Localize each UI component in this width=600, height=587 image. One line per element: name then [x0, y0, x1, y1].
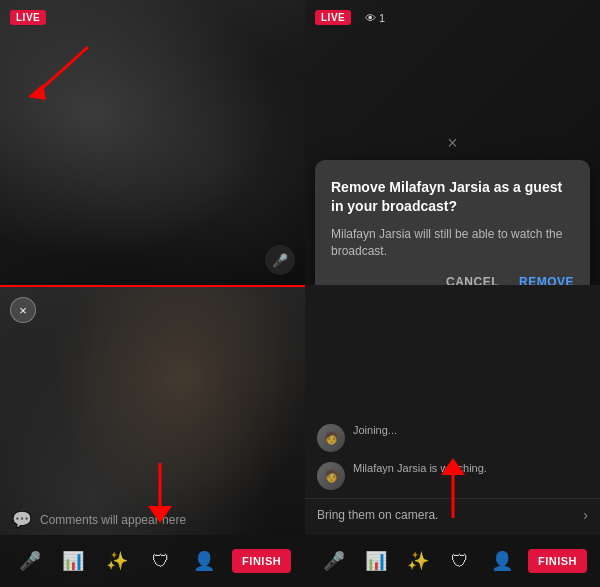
viewer-icon: 👁	[365, 12, 376, 24]
dialog-body: Milafayn Jarsia will still be able to wa…	[331, 226, 574, 260]
right-chat-area: 🧑 Joining... 🧑 Milafayn Jarsia is watchi…	[305, 285, 600, 587]
cancel-button[interactable]: CANCEL	[446, 275, 499, 285]
live-badge-right: LIVE	[315, 10, 351, 25]
chat-row-joining: 🧑 Joining...	[317, 424, 588, 452]
person-icon-left: 👤	[193, 550, 215, 572]
effects-icon-right: ✨	[407, 550, 429, 572]
shield-button-right[interactable]: 🛡	[444, 545, 476, 577]
remove-button[interactable]: REMOVE	[519, 275, 574, 285]
bring-on-camera-text: Bring them on camera.	[317, 508, 438, 522]
avatar-icon-joining: 🧑	[324, 431, 339, 445]
stats-button-right[interactable]: 📊	[360, 545, 392, 577]
effects-button-right[interactable]: ✨	[402, 545, 434, 577]
viewer-count: 👁 1	[365, 12, 385, 24]
top-video: LIVE 🎤	[0, 0, 305, 285]
shield-button-left[interactable]: 🛡	[145, 545, 177, 577]
chat-messages: 🧑 Joining... 🧑 Milafayn Jarsia is watchi…	[305, 416, 600, 498]
live-badge-left: LIVE	[10, 10, 46, 25]
effects-icon-left: ✨	[106, 550, 128, 572]
close-button[interactable]: ×	[10, 297, 36, 323]
comments-text: Comments will appear here	[40, 513, 186, 527]
shield-icon-left: 🛡	[152, 551, 170, 572]
toolbar-right: 🎤 📊 ✨ 🛡 👤 FINISH	[305, 535, 600, 587]
stats-icon-left: 📊	[62, 550, 84, 572]
dialog-actions: CANCEL REMOVE	[331, 275, 574, 285]
left-panel: LIVE 🎤 ×	[0, 0, 305, 587]
finish-button-right[interactable]: FINISH	[528, 549, 587, 573]
chat-row-watching: 🧑 Milafayn Jarsia is watching.	[317, 462, 588, 490]
mic-icon-left: 🎤	[19, 550, 41, 572]
comments-bar: 💬 Comments will appear here	[0, 504, 305, 535]
chat-msg-watching: Milafayn Jarsia is watching.	[353, 462, 588, 474]
chat-content-joining: Joining...	[353, 424, 588, 436]
right-panel: LIVE 👁 1 × 🎤 Remove Milafayn Jarsia as a…	[305, 0, 600, 587]
top-video-texture	[0, 0, 305, 285]
bottom-video: × 💬 Comments will appear here 🎤 📊 ✨	[0, 285, 305, 587]
mic-icon-top-left: 🎤	[272, 253, 288, 268]
comment-icon: 💬	[12, 510, 32, 529]
close-icon: ×	[19, 304, 27, 317]
mic-icon-right-toolbar: 🎤	[323, 550, 345, 572]
effects-button-left[interactable]: ✨	[101, 545, 133, 577]
chat-msg-joining: Joining...	[353, 424, 588, 436]
right-top-video: LIVE 👁 1 × 🎤 Remove Milafayn Jarsia as a…	[305, 0, 600, 285]
bring-chevron-icon: ›	[583, 507, 588, 523]
dialog-title: Remove Milafayn Jarsia as a guest in you…	[331, 178, 574, 216]
avatar-joining: 🧑	[317, 424, 345, 452]
avatar-watching: 🧑	[317, 462, 345, 490]
shield-icon-right: 🛡	[451, 551, 469, 572]
toolbar-left: 🎤 📊 ✨ 🛡 👤 FINISH	[0, 535, 305, 587]
x-divider-right: ×	[447, 132, 458, 153]
mic-button-top-left[interactable]: 🎤	[265, 245, 295, 275]
mic-button-left[interactable]: 🎤	[14, 545, 46, 577]
person-icon-right: 👤	[491, 550, 513, 572]
viewer-count-number: 1	[379, 12, 385, 24]
avatar-icon-watching: 🧑	[324, 469, 339, 483]
stats-icon-right: 📊	[365, 550, 387, 572]
person-button-left[interactable]: 👤	[188, 545, 220, 577]
stats-button-left[interactable]: 📊	[57, 545, 89, 577]
remove-guest-dialog: Remove Milafayn Jarsia as a guest in you…	[315, 160, 590, 285]
chat-content-watching: Milafayn Jarsia is watching.	[353, 462, 588, 474]
finish-button-left[interactable]: FINISH	[232, 549, 291, 573]
person-button-right[interactable]: 👤	[486, 545, 518, 577]
mic-button-right-toolbar[interactable]: 🎤	[318, 545, 350, 577]
bring-on-camera-row[interactable]: Bring them on camera. ›	[305, 498, 600, 531]
